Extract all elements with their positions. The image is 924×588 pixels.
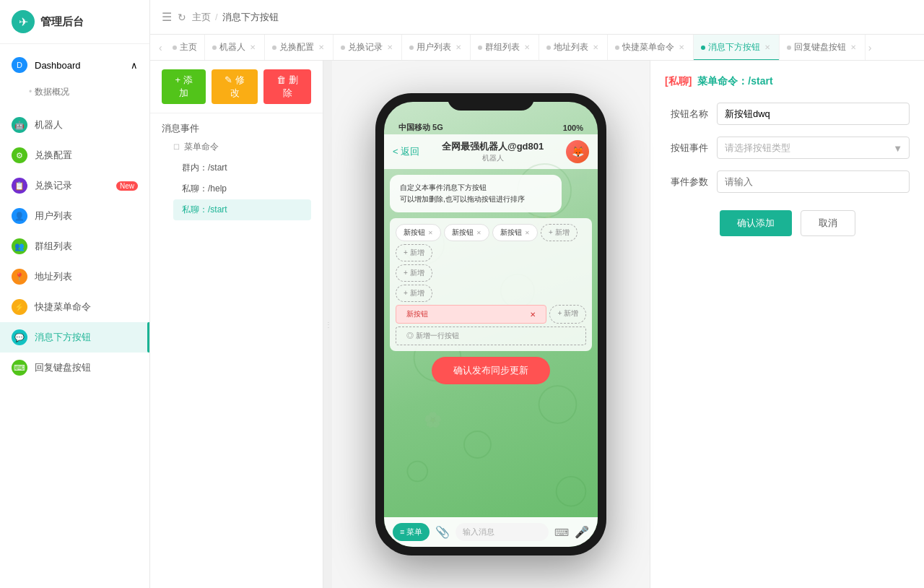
msg-button-icon: 💬 <box>12 329 27 345</box>
tab-label-user-list: 用户列表 <box>417 41 451 53</box>
logo-icon: ✈ <box>12 10 35 33</box>
address-list-label: 地址列表 <box>35 270 138 283</box>
phone-add-btn-row1[interactable]: + 新增 <box>541 224 578 241</box>
quick-menu-icon: ⚡ <box>12 299 27 315</box>
drag-handle[interactable]: ⋮ <box>323 61 332 588</box>
tab-close-exchange-config[interactable]: ✕ <box>317 42 326 53</box>
middle-panel: 🐱 🐟 ⭐ 🌸 中国移动 5G 100% < 返回 全网最强机器人@gd801 <box>332 61 650 588</box>
sidebar-item-user-list[interactable]: 👤 用户列表 <box>0 201 149 231</box>
tab-robot[interactable]: 机器人 ✕ <box>205 35 265 61</box>
tab-exchange-record[interactable]: 兑换记录 ✕ <box>334 35 402 61</box>
confirm-button[interactable]: 确认添加 <box>720 210 792 236</box>
tab-label-reply-button: 回复键盘按钮 <box>794 41 846 53</box>
logo-text: 管理后台 <box>40 15 84 29</box>
topbar: ☰ ↻ 主页 / 消息下方按钮 <box>150 0 924 35</box>
tab-quick-menu[interactable]: 快捷菜单命令 ✕ <box>608 35 694 61</box>
sidebar-item-quick-menu[interactable]: ⚡ 快捷菜单命令 <box>0 292 149 322</box>
phone-btn-x-2[interactable]: ✕ <box>476 230 481 236</box>
tab-label-exchange-config: 兑换配置 <box>279 41 314 53</box>
tab-address-list[interactable]: 地址列表 ✕ <box>539 35 608 61</box>
phone-add-btn-row3[interactable]: + 新增 <box>396 264 432 282</box>
phone-btn-x-1[interactable]: ✕ <box>428 230 433 236</box>
tab-close-quick-menu[interactable]: ✕ <box>677 42 686 53</box>
tab-msg-button[interactable]: 消息下方按钮 ✕ <box>694 35 780 61</box>
tab-close-reply-button[interactable]: ✕ <box>849 42 858 53</box>
highlighted-btn-x[interactable]: ✕ <box>530 311 536 319</box>
tab-nav-left[interactable]: ‹ <box>156 42 165 53</box>
phone-add-btn-row2[interactable]: + 新增 <box>396 244 432 261</box>
tab-close-group-list[interactable]: ✕ <box>523 42 531 53</box>
reply-button-icon: ⌨ <box>12 360 27 376</box>
sidebar-item-exchange-config[interactable]: ⚙ 兑换配置 <box>0 140 149 170</box>
tree-section: 消息事件 ☐ 菜单命令 群内：/start 私聊：/help 私聊：/start <box>150 113 323 229</box>
phone-new-row-button[interactable]: ◎ 新增一行按钮 <box>396 327 586 345</box>
sidebar-item-exchange-record[interactable]: 📋 兑换记录 New <box>0 170 149 201</box>
phone-btn-1[interactable]: 新按钮 ✕ <box>396 224 441 241</box>
tab-exchange-config[interactable]: 兑换配置 ✕ <box>265 35 334 61</box>
edit-button[interactable]: ✎ 修改 <box>212 69 258 104</box>
dashboard-label: Dashboard <box>35 60 81 71</box>
tab-label-robot: 机器人 <box>219 41 245 53</box>
breadcrumb-home[interactable]: 主页 <box>192 11 211 24</box>
tree-item-0[interactable]: 群内：/start <box>173 157 311 178</box>
tab-dot-msg-button <box>701 46 705 50</box>
tree-item-1[interactable]: 私聊：/help <box>173 178 311 199</box>
add-button[interactable]: + 添加 <box>162 69 206 104</box>
sidebar-item-address-list[interactable]: 📍 地址列表 <box>0 261 149 292</box>
right-panel: [私聊] 菜单命令：/start 按钮名称 按钮事件 请选择按钮类型 ▼ 事件参… <box>650 61 924 588</box>
tab-close-exchange-record[interactable]: ✕ <box>385 42 394 53</box>
tab-close-robot[interactable]: ✕ <box>248 42 257 53</box>
tab-close-user-list[interactable]: ✕ <box>454 42 463 53</box>
cancel-button[interactable]: 取消 <box>801 210 855 236</box>
toolbar: + 添加 ✎ 修改 🗑 删除 <box>150 61 323 113</box>
refresh-icon[interactable]: ↻ <box>178 12 186 23</box>
phone-btn-2[interactable]: 新按钮 ✕ <box>444 224 489 241</box>
event-param-input[interactable] <box>717 170 910 193</box>
phone-btn-3[interactable]: 新按钮 ✕ <box>492 224 538 241</box>
logo: ✈ 管理后台 <box>0 0 149 44</box>
sidebar-item-msg-button[interactable]: 💬 消息下方按钮 <box>0 322 149 353</box>
tab-user-list[interactable]: 用户列表 ✕ <box>402 35 471 61</box>
tab-close-address-list[interactable]: ✕ <box>591 42 600 53</box>
btn-name-input[interactable] <box>717 103 910 125</box>
delete-button[interactable]: 🗑 删除 <box>263 69 311 104</box>
phone-content: 自定义本事件消息下方按钮可以增加删除,也可以拖动按钮进行排序 新按钮 ✕ 新按钮 <box>384 169 598 517</box>
menu-toggle-icon[interactable]: ☰ <box>162 10 172 24</box>
collapse-icon: ☐ <box>173 143 180 151</box>
tab-label-quick-menu: 快捷菜单命令 <box>622 41 674 53</box>
sidebar-sub-overview[interactable]: 数据概况 <box>0 80 149 104</box>
tab-nav-right[interactable]: › <box>866 42 875 53</box>
tab-reply-button[interactable]: 回复键盘按钮 ✕ <box>780 35 866 61</box>
tab-dot-home <box>173 46 177 50</box>
tab-label-exchange-record: 兑换记录 <box>348 41 383 53</box>
tree-section-label: 消息事件 <box>162 122 311 135</box>
user-list-icon: 👤 <box>12 208 27 224</box>
btn-event-select[interactable]: 请选择按钮类型 <box>717 137 910 159</box>
message-bubble: 自定义本事件消息下方按钮可以增加删除,也可以拖动按钮进行排序 <box>390 175 562 212</box>
phone-add-highlighted-row[interactable]: + 新增 <box>549 305 586 324</box>
tab-home[interactable]: 主页 <box>165 35 205 61</box>
tab-close-msg-button[interactable]: ✕ <box>763 42 772 53</box>
phone-add-btn-row4[interactable]: + 新增 <box>396 285 432 302</box>
tree-item-2[interactable]: 私聊：/start <box>173 199 311 220</box>
sidebar-item-robot[interactable]: 🤖 机器人 <box>0 110 149 140</box>
sidebar-item-group-list[interactable]: 👥 群组列表 <box>0 231 149 261</box>
phone-publish-button[interactable]: 确认发布同步更新 <box>432 357 550 384</box>
left-panel: + 添加 ✎ 修改 🗑 删除 消息事件 ☐ 菜单命令 群内：/start 私聊：… <box>150 61 323 588</box>
exchange-record-badge: New <box>116 181 138 191</box>
sidebar-item-reply-button[interactable]: ⌨ 回复键盘按钮 <box>0 353 149 383</box>
exchange-record-label: 兑换记录 <box>35 179 109 192</box>
tab-group-list[interactable]: 群组列表 ✕ <box>471 35 539 61</box>
right-panel-title: [私聊] 菜单命令：/start <box>665 75 910 88</box>
reply-button-label: 回复键盘按钮 <box>35 361 138 374</box>
dashboard-item[interactable]: D Dashboard ∧ <box>0 50 149 80</box>
exchange-config-label: 兑换配置 <box>35 149 138 162</box>
phone-btn-x-3[interactable]: ✕ <box>525 230 530 236</box>
form-group-btn-event: 按钮事件 请选择按钮类型 ▼ <box>665 137 910 159</box>
phone-highlighted-btn[interactable]: 新按钮 ✕ <box>396 305 546 324</box>
form-group-btn-name: 按钮名称 <box>665 103 910 125</box>
btn-event-select-wrap: 请选择按钮类型 ▼ <box>717 137 910 159</box>
form-actions: 确认添加 取消 <box>665 210 910 236</box>
form-group-event-param: 事件参数 <box>665 170 910 193</box>
breadcrumb: 主页 / 消息下方按钮 <box>192 11 279 24</box>
